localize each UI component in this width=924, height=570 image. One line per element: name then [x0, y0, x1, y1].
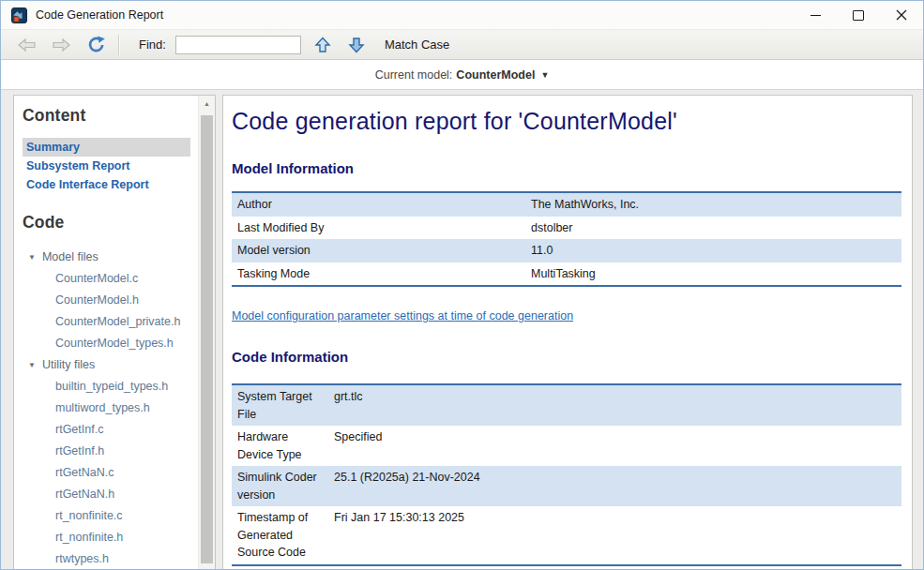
tree-file-item[interactable]: rtGetInf.h	[23, 441, 190, 462]
tree-file-item[interactable]: rt_nonfinite.c	[23, 505, 190, 527]
row-value: 11.0	[525, 239, 901, 262]
find-next-button[interactable]	[343, 35, 370, 55]
table-row: System Target File grt.tlc	[232, 384, 901, 426]
config-settings-link[interactable]: Model configuration parameter settings a…	[232, 309, 573, 322]
close-icon	[896, 9, 907, 21]
row-value: Fri Jan 17 15:30:13 2025	[328, 506, 901, 565]
back-button[interactable]	[12, 36, 41, 54]
find-previous-button[interactable]	[310, 35, 336, 55]
sidebar: Content Summary Subsystem Report Code In…	[13, 95, 216, 570]
row-label: Hardware Device Type	[232, 426, 328, 466]
match-case-toggle[interactable]: Match Case	[385, 38, 449, 52]
section-heading-model-information: Model Information	[232, 160, 902, 176]
page-title: Code generation report for 'CounterModel…	[232, 108, 902, 135]
row-label: Timestamp of Generated Source Code	[232, 506, 328, 565]
code-generation-report-window: Code Generation Report	[0, 0, 924, 570]
forward-button[interactable]	[47, 36, 76, 54]
tree-file-item[interactable]: multiword_types.h	[23, 398, 190, 419]
close-button[interactable]	[880, 1, 923, 29]
tree-file-item[interactable]: CounterModel_types.h	[23, 333, 190, 354]
tree-file-item[interactable]: rtwtypes.h	[23, 548, 190, 570]
code-info-table: System Target File grt.tlc Hardware Devi…	[232, 383, 901, 566]
up-arrow-icon	[314, 37, 331, 53]
minimize-button[interactable]	[794, 1, 837, 29]
down-arrow-icon	[348, 37, 365, 53]
window-controls	[794, 1, 923, 29]
row-value: The MathWorks, Inc.	[525, 192, 901, 217]
table-row: Timestamp of Generated Source Code Fri J…	[232, 506, 901, 565]
current-model-value: CounterModel	[456, 68, 535, 82]
tree-group-utility-files[interactable]: ▼Utility files	[23, 354, 190, 376]
sidebar-item-code-interface-report[interactable]: Code Interface Report	[23, 175, 190, 194]
find-label: Find:	[139, 38, 166, 52]
sidebar-item-subsystem-report[interactable]: Subsystem Report	[23, 157, 190, 175]
row-label: Author	[232, 192, 525, 217]
row-value: grt.tlc	[328, 384, 901, 426]
tree-group-label: Model files	[42, 250, 98, 263]
section-heading-code-information: Code Information	[232, 349, 902, 365]
generated-files-tree: ▼Model files CounterModel.c CounterModel…	[23, 247, 190, 570]
tree-file-item[interactable]: CounterModel.h	[23, 290, 190, 311]
tree-file-item[interactable]: CounterModel.c	[23, 268, 190, 290]
row-label: System Target File	[232, 384, 328, 426]
toolbar-separator	[118, 35, 120, 55]
window-title: Code Generation Report	[36, 8, 163, 22]
row-value: 25.1 (R2025a) 21-Nov-2024	[328, 466, 901, 506]
row-label: Tasking Mode	[232, 262, 525, 287]
code-heading: Code	[23, 213, 190, 232]
table-row: Last Modified By dstolber	[232, 217, 901, 240]
tree-collapse-icon[interactable]: ▼	[28, 253, 36, 262]
sidebar-item-summary[interactable]: Summary	[23, 138, 190, 157]
tree-group-label: Utility files	[42, 358, 95, 371]
find-input[interactable]	[175, 36, 301, 54]
tree-file-item[interactable]: rt_nonfinite.h	[23, 527, 190, 548]
current-model-bar[interactable]: Current model: CounterModel ▼	[1, 60, 923, 90]
back-arrow-icon	[17, 38, 37, 52]
tree-file-item[interactable]: rtGetNaN.h	[23, 484, 190, 505]
maximize-icon	[853, 10, 864, 21]
content-area: Content Summary Subsystem Report Code In…	[13, 95, 913, 570]
minimize-icon	[810, 15, 821, 16]
tree-group-model-files[interactable]: ▼Model files	[23, 247, 190, 268]
tree-file-item[interactable]: rtGetInf.c	[23, 419, 190, 441]
row-value: Specified	[328, 426, 901, 466]
model-info-table: Author The MathWorks, Inc. Last Modified…	[232, 191, 901, 287]
scroll-up-button[interactable]: ▲	[199, 96, 215, 112]
find-toolbar: Find: Match Case	[1, 30, 923, 60]
table-row: Hardware Device Type Specified	[232, 426, 901, 466]
maximize-button[interactable]	[837, 1, 880, 29]
sidebar-scrollbar[interactable]: ▲	[198, 96, 215, 570]
titlebar: Code Generation Report	[1, 1, 923, 30]
tree-collapse-icon[interactable]: ▼	[28, 361, 36, 369]
table-row: Tasking Mode MultiTasking	[232, 262, 901, 287]
forward-arrow-icon	[52, 38, 71, 52]
row-value: dstolber	[525, 217, 901, 240]
refresh-icon	[87, 36, 106, 53]
row-label: Model version	[232, 239, 525, 262]
scrollbar-thumb[interactable]	[201, 115, 213, 563]
row-value: MultiTasking	[525, 262, 901, 287]
table-row: Simulink Coder version 25.1 (R2025a) 21-…	[232, 466, 901, 506]
tree-file-item[interactable]: rtGetNaN.c	[23, 462, 190, 484]
table-row: Author The MathWorks, Inc.	[232, 192, 901, 217]
tree-file-item[interactable]: builtin_typeid_types.h	[23, 376, 190, 398]
model-dropdown-icon[interactable]: ▼	[540, 70, 549, 80]
table-row: Model version 11.0	[232, 239, 901, 262]
report-main: Code generation report for 'CounterModel…	[222, 95, 913, 570]
row-label: Last Modified By	[232, 217, 525, 240]
refresh-button[interactable]	[83, 34, 111, 55]
report-nav: Summary Subsystem Report Code Interface …	[23, 138, 190, 194]
row-label: Simulink Coder version	[232, 466, 328, 506]
content-heading: Content	[23, 106, 190, 126]
tree-file-item[interactable]: CounterModel_private.h	[23, 311, 190, 333]
current-model-label: Current model:	[375, 68, 453, 82]
report-app-icon	[11, 8, 27, 23]
